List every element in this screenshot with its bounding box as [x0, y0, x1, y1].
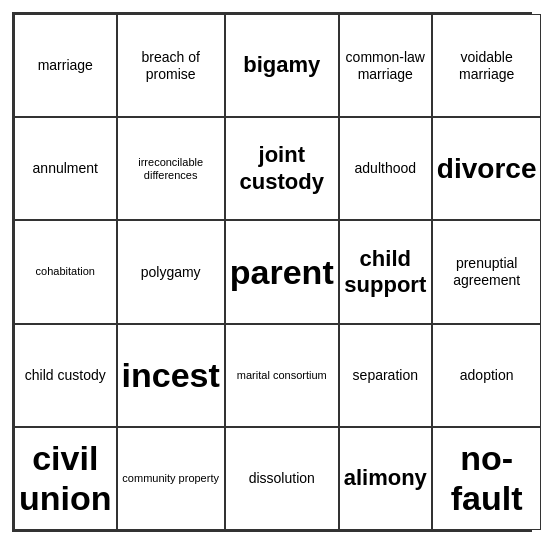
cell-text-r1c0: annulment: [33, 160, 98, 177]
cell-r1c2: joint custody: [225, 117, 339, 220]
cell-text-r4c3: alimony: [344, 465, 427, 491]
cell-r3c0: child custody: [14, 324, 117, 427]
cell-r2c3: child support: [339, 220, 432, 323]
cell-text-r1c2: joint custody: [230, 142, 334, 195]
cell-text-r1c1: irreconcilable differences: [122, 156, 220, 182]
bingo-grid: marriagebreach of promisebigamycommon-la…: [12, 12, 532, 532]
cell-text-r0c2: bigamy: [243, 52, 320, 78]
cell-r3c1: incest: [117, 324, 225, 427]
cell-text-r0c1: breach of promise: [122, 49, 220, 83]
cell-text-r4c2: dissolution: [249, 470, 315, 487]
cell-text-r3c1: incest: [122, 355, 220, 396]
cell-text-r2c4: prenuptial agreement: [437, 255, 537, 289]
cell-text-r2c1: polygamy: [141, 264, 201, 281]
cell-text-r3c2: marital consortium: [237, 369, 327, 382]
cell-r1c1: irreconcilable differences: [117, 117, 225, 220]
cell-text-r2c3: child support: [344, 246, 427, 299]
cell-text-r3c3: separation: [353, 367, 418, 384]
cell-text-r0c3: common-law marriage: [344, 49, 427, 83]
cell-text-r0c0: marriage: [38, 57, 93, 74]
cell-text-r3c4: adoption: [460, 367, 514, 384]
cell-r4c2: dissolution: [225, 427, 339, 530]
cell-r2c2: parent: [225, 220, 339, 323]
cell-r0c0: marriage: [14, 14, 117, 117]
cell-text-r4c1: community property: [122, 472, 219, 485]
cell-text-r2c0: cohabitation: [36, 265, 95, 278]
cell-r0c2: bigamy: [225, 14, 339, 117]
cell-r0c3: common-law marriage: [339, 14, 432, 117]
cell-r3c4: adoption: [432, 324, 542, 427]
cell-text-r4c0: civil union: [19, 438, 112, 520]
cell-text-r0c4: voidable marriage: [437, 49, 537, 83]
cell-r3c2: marital consortium: [225, 324, 339, 427]
cell-r0c1: breach of promise: [117, 14, 225, 117]
cell-text-r1c4: divorce: [437, 152, 537, 186]
cell-r3c3: separation: [339, 324, 432, 427]
cell-r0c4: voidable marriage: [432, 14, 542, 117]
cell-r1c4: divorce: [432, 117, 542, 220]
cell-text-r2c2: parent: [230, 252, 334, 293]
cell-text-r4c4: no-fault: [437, 438, 537, 520]
cell-r2c4: prenuptial agreement: [432, 220, 542, 323]
cell-r4c4: no-fault: [432, 427, 542, 530]
cell-r4c1: community property: [117, 427, 225, 530]
cell-r4c0: civil union: [14, 427, 117, 530]
cell-r1c0: annulment: [14, 117, 117, 220]
cell-r1c3: adulthood: [339, 117, 432, 220]
cell-r2c0: cohabitation: [14, 220, 117, 323]
cell-text-r3c0: child custody: [25, 367, 106, 384]
cell-text-r1c3: adulthood: [355, 160, 417, 177]
cell-r4c3: alimony: [339, 427, 432, 530]
cell-r2c1: polygamy: [117, 220, 225, 323]
